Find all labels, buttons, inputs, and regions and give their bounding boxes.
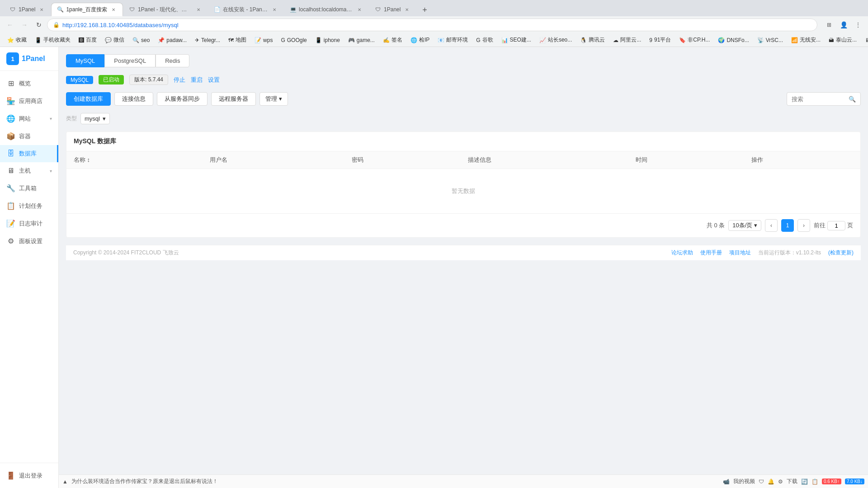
bookmark-seo2[interactable]: 📊SEO建... xyxy=(498,35,535,45)
search-box[interactable]: 🔍 xyxy=(787,92,861,106)
bookmark-dns[interactable]: 🌍DNSFo... xyxy=(714,36,752,44)
tab-redis[interactable]: Redis xyxy=(156,54,189,67)
bookmark-91[interactable]: 991平台 xyxy=(646,35,675,45)
sidebar-item-logout[interactable]: 🚪 退出登录 xyxy=(0,467,58,484)
logo-text: 1Panel xyxy=(22,55,45,63)
bookmark-mobile[interactable]: 📱手机收藏夹 xyxy=(31,35,74,45)
bookmark-iphone[interactable]: 📱iphone xyxy=(311,36,344,44)
tab-close-5[interactable]: ✕ xyxy=(356,6,363,13)
bookmark-feicp[interactable]: 🔖非CP.H... xyxy=(675,35,713,45)
tab-docs[interactable]: 📄 在线安装 - 1Panel 文档 ✕ xyxy=(208,3,284,16)
tab-close-2[interactable]: ✕ xyxy=(110,6,117,13)
sync-from-server-button[interactable]: 从服务器同步 xyxy=(157,92,208,106)
bookmark-vrsc[interactable]: 📡VrSC... xyxy=(754,36,787,44)
type-select-dropdown[interactable]: mysql ▾ xyxy=(80,113,110,124)
tab-1panel-modern[interactable]: 🛡 1Panel - 现代化、开源的 Lin... ✕ xyxy=(123,3,208,16)
address-bar[interactable]: 🔒 http://192.168.18.10:40485/databases/m… xyxy=(47,19,817,31)
bookmark-iis[interactable]: 🖥IIS7.5+ xyxy=(861,36,868,44)
sidebar-item-database[interactable]: 🗄 数据库 xyxy=(0,145,58,162)
bookmark-mailenvi[interactable]: 📧邮寄环境 xyxy=(434,35,472,45)
prev-page-button[interactable]: ‹ xyxy=(765,219,778,232)
bookmark-wps[interactable]: 📝wps xyxy=(251,36,276,44)
tab-close-3[interactable]: ✕ xyxy=(195,6,202,13)
tab-close-4[interactable]: ✕ xyxy=(271,6,278,13)
settings-action[interactable]: 设置 xyxy=(208,76,220,84)
manual-link[interactable]: 使用手册 xyxy=(700,249,722,257)
sidebar-item-appstore[interactable]: 🏪 应用商店 xyxy=(0,92,58,110)
bookmark-padaw[interactable]: 📌padaw... xyxy=(154,36,190,44)
version-badge: 版本: 5.7.44 xyxy=(129,75,168,85)
sidebar-item-container[interactable]: 📦 容器 xyxy=(0,127,58,145)
tab-mysql[interactable]: MySQL xyxy=(66,54,104,67)
bookmark-wireless[interactable]: 📶无线安... xyxy=(788,35,824,45)
db-status-bar: MySQL 已启动 版本: 5.7.44 停止 重启 设置 xyxy=(66,75,861,85)
sidebar-item-overview[interactable]: ⊞ 概览 xyxy=(0,75,58,92)
extensions-button[interactable]: ⊞ xyxy=(823,19,835,31)
bookmark-google2[interactable]: G谷歌 xyxy=(472,35,496,45)
tab-vm[interactable]: 💻 localhost:localdomain - VM... ✕ xyxy=(284,3,369,16)
manage-dropdown-button[interactable]: 管理 ▾ xyxy=(259,92,288,106)
forum-link[interactable]: 论坛求助 xyxy=(671,249,693,257)
bookmark-aliyun[interactable]: ☁阿里云... xyxy=(609,35,645,45)
tab-favicon-1: 🛡 xyxy=(9,6,16,13)
copy-icon: 📋 xyxy=(811,479,818,485)
bookmark-google[interactable]: GGOOgle xyxy=(277,36,310,44)
bookmark-telegr[interactable]: ✈Telegr... xyxy=(191,36,224,44)
bookmark-seo[interactable]: 🔍seo xyxy=(129,36,153,44)
video-icon: 📹 xyxy=(723,479,730,485)
search-input[interactable] xyxy=(792,96,846,103)
bookmark-checkip[interactable]: 🌐检IP xyxy=(407,35,433,45)
update-link[interactable]: (检查更新) xyxy=(828,249,854,257)
copyright-text: Copyright © 2014-2024 FIT2CLOUD 飞致云 xyxy=(73,249,179,257)
sidebar-item-website[interactable]: 🌐 网站 ▾ xyxy=(0,110,58,127)
bookmark-baidu[interactable]: 🅱百度 xyxy=(75,35,100,45)
tab-close-6[interactable]: ✕ xyxy=(403,6,410,13)
tab-1panel-last[interactable]: 🛡 1Panel ✕ xyxy=(369,3,416,16)
shield-icon: 🛡 xyxy=(759,479,764,485)
remote-server-button[interactable]: 远程服务器 xyxy=(211,92,256,106)
download-label: 下载 xyxy=(787,478,797,485)
bookmark-taishan[interactable]: 🏔泰山云... xyxy=(825,35,860,45)
tab-bar: 🛡 1Panel ✕ 🔍 1panle_百度搜索 ✕ 🛡 1Panel - 现代… xyxy=(0,0,868,16)
new-tab-button[interactable]: + xyxy=(418,4,431,16)
sidebar-item-log[interactable]: 📝 日志审计 xyxy=(0,215,58,232)
reload-button[interactable]: ↻ xyxy=(33,19,45,31)
menu-button[interactable]: ⋮ xyxy=(852,19,864,31)
version-text: 当前运行版本：v1.10.2-lts xyxy=(758,249,821,257)
restart-action[interactable]: 重启 xyxy=(191,76,203,84)
tab-label-5: localhost:localdomain - VM... xyxy=(299,6,353,13)
page-unit: 页 xyxy=(847,221,853,230)
goto-input[interactable] xyxy=(827,221,845,230)
sidebar-item-panel-settings[interactable]: ⚙ 面板设置 xyxy=(0,232,58,250)
sidebar-item-host[interactable]: 🖥 主机 ▾ xyxy=(0,162,58,179)
connection-info-button[interactable]: 连接信息 xyxy=(114,92,153,106)
tab-close-1[interactable]: ✕ xyxy=(38,6,45,13)
bookmark-tencent[interactable]: 🐧腾讯云 xyxy=(576,35,609,45)
bookmark-map[interactable]: 🗺地图 xyxy=(225,35,250,45)
bookmark-wechat[interactable]: 💬微信 xyxy=(101,35,128,45)
profile-button[interactable]: 👤 xyxy=(837,19,850,31)
sidebar-item-toolbox[interactable]: 🔧 工具箱 xyxy=(0,179,58,197)
back-button[interactable]: ← xyxy=(4,19,16,31)
collapse-icon[interactable]: ▲ xyxy=(62,479,68,485)
bookmark-zhanzhang[interactable]: 📈站长seo... xyxy=(536,35,576,45)
project-link[interactable]: 项目地址 xyxy=(729,249,751,257)
bookmark-game[interactable]: 🎮game... xyxy=(344,36,378,44)
current-page-button[interactable]: 1 xyxy=(781,219,794,232)
notification-text[interactable]: 为什么装环境适合当作作传家宝？原来是退出后鼠标有说法！ xyxy=(71,478,719,485)
page-size-chevron: ▾ xyxy=(754,222,757,229)
tab-baidu[interactable]: 🔍 1panle_百度搜索 ✕ xyxy=(51,3,123,16)
forward-button[interactable]: → xyxy=(18,19,31,31)
next-page-button[interactable]: › xyxy=(797,219,810,232)
bookmark-sign[interactable]: ✍签名 xyxy=(379,35,406,45)
bookmark-shoucang[interactable]: ⭐收藏 xyxy=(4,35,30,45)
download-speed: 7.0 KB↓ xyxy=(845,479,864,484)
sidebar-item-schedule[interactable]: 📋 计划任务 xyxy=(0,197,58,215)
page-size-select[interactable]: 10条/页 ▾ xyxy=(728,220,761,231)
tab-1panel-active[interactable]: 🛡 1Panel ✕ xyxy=(4,3,51,16)
bottom-right-area: 📹 我的视频 🛡 🔔 ⚙ 下载 🔄 📋 0.6 KB↑ 7.0 KB↓ xyxy=(723,478,864,485)
stop-action[interactable]: 停止 xyxy=(174,76,185,84)
tab-postgresql[interactable]: PostgreSQL xyxy=(104,54,156,67)
create-database-button[interactable]: 创建数据库 xyxy=(66,92,111,106)
col-name: 名称 ↕ xyxy=(66,151,203,169)
